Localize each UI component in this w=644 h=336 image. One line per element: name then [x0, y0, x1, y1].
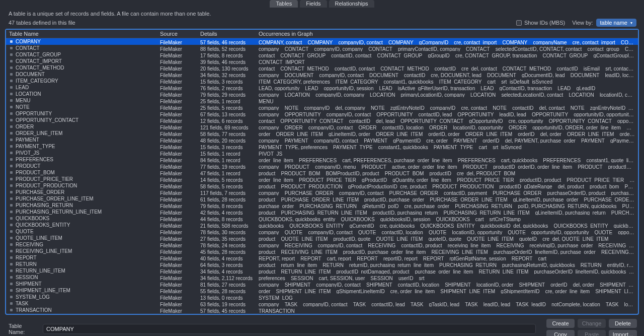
- table-row[interactable]: CONTACT_METHODFileMaker20 fields, 130 re…: [6, 64, 638, 71]
- table-row[interactable]: ORDERFileMaker121 fields, 69 recordscomp…: [6, 123, 638, 130]
- table-row[interactable]: PURCHASE_ORDERFileMaker117 fields, 7 rec…: [6, 189, 638, 195]
- row-occurrences: company__RECEIVING__companyID, contact__…: [256, 241, 638, 248]
- table-row[interactable]: QUICKBOOKSFileMaker44 fields, 8 recordsQ…: [6, 215, 638, 222]
- table-row[interactable]: SHIPMENT_LINE_ITEMFileMaker55 fields, 28…: [6, 287, 638, 294]
- row-name: MENU: [16, 97, 30, 104]
- table-row[interactable]: QUOTEFileMaker78 fields, 30 recordscompa…: [6, 228, 638, 235]
- paste-button[interactable]: Paste: [578, 330, 606, 336]
- change-button[interactable]: Change: [578, 319, 606, 328]
- table-row[interactable]: RECEIVING_LINE_ITEMFileMaker45 fields, 2…: [6, 248, 638, 254]
- row-bullet-icon: [10, 217, 13, 220]
- col-source[interactable]: Source: [157, 30, 197, 38]
- table-row[interactable]: PRODUCT_PRODUCTIONFileMaker58 fields, 5 …: [6, 182, 638, 189]
- view-by-select[interactable]: table name ▾: [596, 19, 636, 27]
- show-ids-checkbox[interactable]: Show IDs (MBS): [516, 20, 565, 26]
- table-row[interactable]: DOCUMENTFileMaker34 fields, 32 recordsco…: [6, 71, 638, 78]
- tab-relationships[interactable]: Relationships: [329, 0, 374, 8]
- row-source: FileMaker: [157, 110, 197, 117]
- table-row[interactable]: CONTACT_GROUPFileMaker17 fields, 8 recor…: [6, 51, 638, 58]
- table-row[interactable]: CONTACT_IMPORTFileMaker39 fields, 46 rec…: [6, 58, 638, 64]
- table-row[interactable]: QUICKBOOKS_ENTITYFileMaker21 fields, 508…: [6, 222, 638, 228]
- row-source: FileMaker: [157, 84, 197, 91]
- row-name: PRODUCT_BOM: [16, 169, 55, 176]
- row-name: QUOTE_LINE_ITEM: [16, 235, 62, 241]
- table-row[interactable]: SHIPMENTFileMaker81 fields, 27 recordsco…: [6, 281, 638, 287]
- table-row[interactable]: RETURNFileMaker64 fields, 3 recordsprodu…: [6, 261, 638, 267]
- tab-fields[interactable]: Fields: [300, 0, 327, 8]
- row-source: FileMaker: [157, 235, 197, 241]
- table-row[interactable]: TRANSACTIONFileMaker57 fields, 45 record…: [6, 307, 638, 313]
- row-name: PURCHASE_ORDER: [16, 189, 64, 195]
- row-occurrences: contact__CONTACT_GROUP__contactID, conta…: [256, 51, 638, 58]
- row-bullet-icon: [10, 302, 13, 305]
- row-bullet-icon: [10, 132, 13, 135]
- copy-button[interactable]: Copy: [546, 330, 575, 336]
- row-name: SHIPMENT_LINE_ITEM: [16, 287, 70, 294]
- table-row[interactable]: SYSTEM_LOGFileMaker13 fields, 0 recordsS…: [6, 294, 638, 300]
- row-occurrences: product__RETURN_LINE_ITEM__productID_not…: [256, 267, 638, 274]
- row-bullet-icon: [10, 204, 13, 207]
- row-source: FileMaker: [157, 248, 197, 254]
- table-name-input[interactable]: [43, 324, 536, 334]
- col-details[interactable]: Details: [197, 30, 256, 38]
- row-source: FileMaker: [157, 123, 197, 130]
- table-row[interactable]: CONTACTFileMaker88 fields, 52 recordscom…: [6, 45, 638, 51]
- table-row[interactable]: PAYMENTFileMaker48 fields, 20 recordscom…: [6, 137, 638, 143]
- table-row[interactable]: OPPORTUNITY_CONTACTFileMaker12 fields, 6…: [6, 117, 638, 123]
- row-bullet-icon: [10, 80, 13, 82]
- row-name: PURCHASE_ORDER_LINE_ITEM: [16, 195, 93, 202]
- row-source: FileMaker: [157, 215, 197, 222]
- row-name: NOTE: [16, 104, 30, 110]
- table-row[interactable]: REPORTFileMaker40 fields, 4 recordsREPOR…: [6, 254, 638, 261]
- checkbox-icon: [516, 20, 522, 26]
- table-row[interactable]: PRODUCTFileMaker77 fields, 19 recordscom…: [6, 163, 638, 169]
- row-name: QUICKBOOKS_ENTITY: [16, 222, 70, 228]
- table-row[interactable]: ORDER_LINE_ITEMFileMaker58 fields, 77 re…: [6, 130, 638, 137]
- table-row[interactable]: COMPANYFileMaker57 fields, 46 recordsCOM…: [6, 38, 638, 45]
- table-row[interactable]: PAYMENT_TYPEFileMaker15 fields, 3 record…: [6, 143, 638, 150]
- col-table-name[interactable]: Table Name: [6, 30, 157, 38]
- delete-button[interactable]: Delete: [609, 319, 637, 328]
- table-row[interactable]: NOTEFileMaker25 fields, 5 recordscompany…: [6, 104, 638, 110]
- table-row[interactable]: LOCATIONFileMaker79 fields, 29 recordsco…: [6, 91, 638, 97]
- table-row[interactable]: RETURN_LINE_ITEMFileMaker34 fields, 4 re…: [6, 267, 638, 274]
- create-button[interactable]: Create: [546, 319, 575, 328]
- table-row[interactable]: MENUFileMaker25 fields, 1 recordMENU: [6, 97, 638, 104]
- col-occurrences[interactable]: Occurrences in Graph: [256, 30, 638, 38]
- row-name: SYSTEM_LOG: [16, 294, 50, 300]
- row-name: TASK: [16, 300, 28, 307]
- table-row[interactable]: ITEM_CATEGORYFileMaker15 fields, 3 recor…: [6, 78, 638, 84]
- table-name-label: Table Name:: [9, 323, 38, 335]
- row-name: QUOTE: [16, 228, 34, 235]
- row-source: FileMaker: [157, 78, 197, 84]
- row-name: PURCHASING_RETURN_LINE_ITEM: [16, 209, 102, 215]
- table-row[interactable]: PRODUCT_BOMFileMaker47 fields, 1 recordp…: [6, 169, 638, 176]
- row-details: 121 fields, 69 records: [197, 123, 256, 130]
- row-details: 84 fields, 1 record: [197, 156, 256, 163]
- table-body[interactable]: COMPANYFileMaker57 fields, 46 recordsCOM…: [6, 38, 638, 314]
- row-source: FileMaker: [157, 51, 197, 58]
- table-row[interactable]: PURCHASING_RETURNFileMaker79 fields, 8 r…: [6, 202, 638, 209]
- row-name: PURCHASING_RETURN: [16, 202, 73, 209]
- table-row[interactable]: TASKFileMaker63 fields, 19 recordscompan…: [6, 300, 638, 307]
- table-row[interactable]: PREFERENCESFileMaker84 fields, 1 recordo…: [6, 156, 638, 163]
- table-row[interactable]: PRODUCT_PRICE_TIERFileMaker14 fields, 5 …: [6, 176, 638, 182]
- table-row[interactable]: PIVOT_JSFileMaker15 fields, 1 recordPIVO…: [6, 150, 638, 156]
- row-details: 15 fields, 3 records: [197, 78, 256, 84]
- row-details: 25 fields, 1 record: [197, 97, 256, 104]
- tab-tables[interactable]: Tables: [270, 0, 298, 8]
- table-row[interactable]: PURCHASE_ORDER_LINE_ITEMFileMaker61 fiel…: [6, 195, 638, 202]
- row-name: PAYMENT: [16, 137, 39, 143]
- table-row[interactable]: RECEIVINGFileMaker78 fields, 24 recordsc…: [6, 241, 638, 248]
- table-row[interactable]: LEADFileMaker76 fields, 2 recordsLEAD, o…: [6, 84, 638, 91]
- row-details: 81 fields, 27 records: [197, 281, 256, 287]
- table-row[interactable]: OPPORTUNITYFileMaker67 fields, 13 record…: [6, 110, 638, 117]
- row-name: PIVOT_JS: [16, 150, 39, 156]
- import-button[interactable]: Import...: [609, 330, 637, 336]
- table-row[interactable]: QUOTE_LINE_ITEMFileMaker27 fields, 35 re…: [6, 235, 638, 241]
- table-row[interactable]: SESSIONFileMaker34 fields, 2,112 records…: [6, 274, 638, 281]
- row-source: FileMaker: [157, 189, 197, 195]
- table-row[interactable]: PURCHASING_RETURN_LINE_ITEMFileMaker42 f…: [6, 209, 638, 215]
- row-occurrences: company__DOCUMENT__companyID, contact__D…: [256, 71, 638, 78]
- row-details: 15 fields, 1 record: [197, 150, 256, 156]
